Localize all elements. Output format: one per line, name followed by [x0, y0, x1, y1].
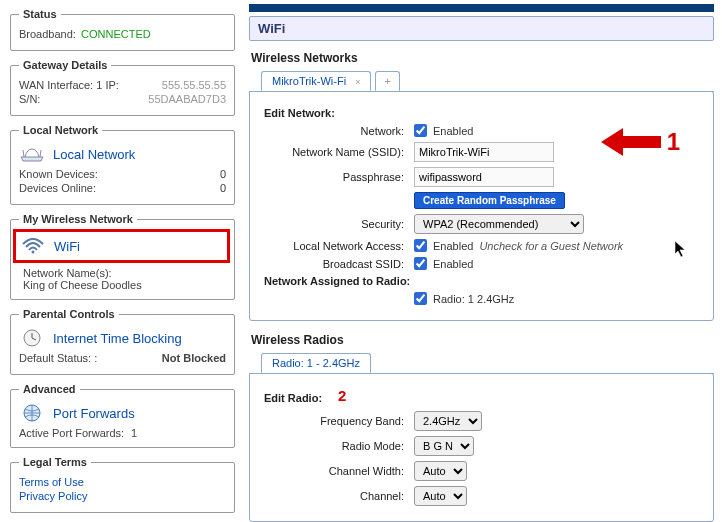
lna-checkbox[interactable]	[414, 239, 427, 252]
cursor-icon	[674, 240, 688, 261]
random-passphrase-button[interactable]: Create Random Passphrase	[414, 192, 565, 209]
edit-network-heading: Edit Network:	[264, 107, 345, 119]
assigned-heading: Network Assigned to Radio:	[264, 275, 420, 287]
width-select[interactable]: Auto	[414, 461, 467, 481]
radio-assign-checkbox[interactable]	[414, 292, 427, 305]
network-label: Network:	[264, 125, 414, 137]
lna-label: Local Network Access:	[264, 240, 414, 252]
tab-close-icon[interactable]: ×	[355, 77, 360, 87]
annotation-1: 1	[667, 128, 680, 156]
network-tabbar: MikroTrik-Wi-Fi × +	[249, 71, 714, 92]
sn-label: S/N:	[19, 93, 40, 105]
lna-enabled-text: Enabled	[433, 240, 473, 252]
active-forwards-label: Active Port Forwards:	[19, 427, 124, 439]
local-network-link[interactable]: Local Network	[19, 142, 226, 166]
mode-select[interactable]: B G N	[414, 436, 474, 456]
ssid-label: Network Name (SSID):	[264, 146, 414, 158]
devices-online-value: 0	[220, 182, 226, 194]
wireless-panel: My Wireless Network WiFi Network Name(s)…	[10, 213, 235, 300]
wireless-radios-heading: Wireless Radios	[251, 333, 712, 347]
wireless-networks-heading: Wireless Networks	[251, 51, 712, 65]
annotation-2: 2	[338, 387, 346, 404]
top-bar	[249, 4, 714, 12]
security-select[interactable]: WPA2 (Recommended)	[414, 214, 584, 234]
status-panel: Status Broadband: CONNECTED	[10, 8, 235, 51]
channel-label: Channel:	[264, 490, 414, 502]
svg-marker-7	[601, 128, 661, 156]
parental-legend: Parental Controls	[19, 308, 119, 320]
ssid-input[interactable]	[414, 142, 554, 162]
wifi-icon	[20, 236, 46, 256]
status-legend: Status	[19, 8, 61, 20]
radio-tabbar: Radio: 1 - 2.4GHz	[249, 353, 714, 374]
edit-radio-box: Edit Radio: 2 Frequency Band: 2.4GHz Rad…	[249, 373, 714, 522]
known-devices-value: 0	[220, 168, 226, 180]
advanced-panel: Advanced Port Forwards Active Port Forwa…	[10, 383, 235, 448]
svg-line-1	[40, 150, 41, 157]
wifi-title: WiFi	[54, 239, 80, 254]
privacy-link[interactable]: Privacy Policy	[19, 490, 226, 502]
tab-radio-1-label: Radio: 1 - 2.4GHz	[272, 357, 360, 369]
gateway-legend: Gateway Details	[19, 59, 111, 71]
clock-icon	[19, 328, 45, 348]
broadcast-checkbox[interactable]	[414, 257, 427, 270]
legal-legend: Legal Terms	[19, 456, 91, 468]
known-devices-label: Known Devices:	[19, 168, 98, 180]
router-icon	[19, 144, 45, 164]
annotation-arrow-1: 1	[601, 124, 680, 160]
radio-assign-text: Radio: 1 2.4GHz	[433, 293, 514, 305]
network-names-label: Network Name(s):	[23, 267, 226, 279]
page-title: WiFi	[249, 16, 714, 41]
wan-value: 555.55.55.55	[162, 79, 226, 91]
legal-panel: Legal Terms Terms of Use Privacy Policy	[10, 456, 235, 513]
port-forwards-link[interactable]: Port Forwards	[19, 401, 226, 425]
time-blocking-link[interactable]: Internet Time Blocking	[19, 326, 226, 350]
broadband-value: CONNECTED	[81, 28, 151, 40]
time-blocking-title: Internet Time Blocking	[53, 331, 182, 346]
wan-label: WAN Interface: 1 IP:	[19, 79, 119, 91]
gateway-panel: Gateway Details WAN Interface: 1 IP: 555…	[10, 59, 235, 116]
tab-network-1-label: MikroTrik-Wi-Fi	[272, 75, 346, 87]
active-forwards-value: 1	[131, 427, 226, 439]
passphrase-label: Passphrase:	[264, 171, 414, 183]
lna-hint: Uncheck for a Guest Network	[479, 240, 623, 252]
default-status-value: Not Blocked	[162, 352, 226, 364]
terms-link[interactable]: Terms of Use	[19, 476, 226, 488]
sn-value: 55DAABAD7D3	[148, 93, 226, 105]
channel-select[interactable]: Auto	[414, 486, 467, 506]
broadcast-enabled-text: Enabled	[433, 258, 473, 270]
advanced-legend: Advanced	[19, 383, 80, 395]
freq-label: Frequency Band:	[264, 415, 414, 427]
local-network-panel: Local Network Local Network Known Device…	[10, 124, 235, 205]
passphrase-input[interactable]	[414, 167, 554, 187]
wireless-legend: My Wireless Network	[19, 213, 137, 225]
width-label: Channel Width:	[264, 465, 414, 477]
broadcast-label: Broadcast SSID:	[264, 258, 414, 270]
network-names-value: King of Cheese Doodles	[23, 279, 226, 291]
parental-panel: Parental Controls Internet Time Blocking…	[10, 308, 235, 375]
freq-select[interactable]: 2.4GHz	[414, 411, 482, 431]
network-enabled-checkbox[interactable]	[414, 124, 427, 137]
security-label: Security:	[264, 218, 414, 230]
wifi-highlight-box: WiFi	[13, 229, 230, 263]
tab-add-network[interactable]: +	[375, 71, 399, 91]
local-network-legend: Local Network	[19, 124, 102, 136]
mode-label: Radio Mode:	[264, 440, 414, 452]
svg-point-2	[32, 251, 35, 254]
wifi-link[interactable]: WiFi	[20, 234, 223, 258]
edit-radio-heading: Edit Radio:	[264, 392, 332, 404]
broadband-label: Broadband:	[19, 28, 76, 40]
port-forwards-title: Port Forwards	[53, 406, 135, 421]
local-network-title: Local Network	[53, 147, 135, 162]
devices-online-label: Devices Online:	[19, 182, 96, 194]
globe-icon	[19, 403, 45, 423]
tab-radio-1[interactable]: Radio: 1 - 2.4GHz	[261, 353, 371, 373]
tab-network-1[interactable]: MikroTrik-Wi-Fi ×	[261, 71, 371, 91]
network-enabled-text: Enabled	[433, 125, 473, 137]
default-status-label: Default Status: :	[19, 352, 97, 364]
svg-line-0	[23, 150, 24, 157]
